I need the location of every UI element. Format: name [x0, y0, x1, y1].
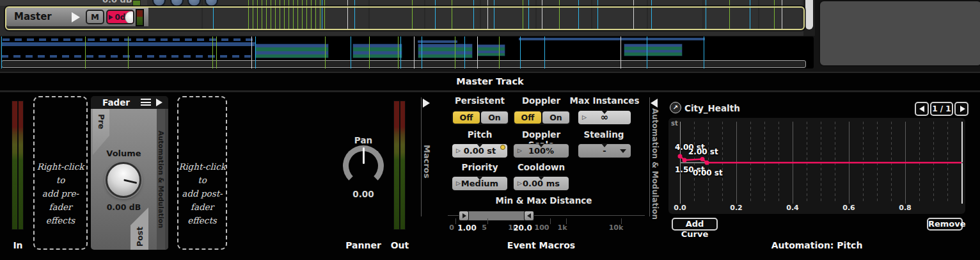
pitch-label: Pitch	[448, 129, 512, 140]
overview-marker	[422, 37, 422, 69]
vertical-scrollbar-thumb[interactable]	[805, 0, 813, 29]
next-curve-button[interactable]	[954, 102, 968, 116]
fader-knob-peek	[125, 11, 134, 24]
automation-pitch-caption: Automation: Pitch	[753, 240, 881, 250]
priority-label: Priority	[448, 162, 512, 172]
post-fx-hint-line: add post-	[178, 187, 226, 200]
automation-point-label: 2.00 st	[688, 147, 718, 156]
menu-icon[interactable]	[141, 99, 151, 106]
persistent-off-button[interactable]: Off	[453, 111, 480, 124]
macros-expand-icon[interactable]	[423, 99, 430, 108]
overview-marker	[398, 37, 399, 69]
overview-marker	[520, 37, 521, 69]
master-track-row[interactable]: Master M 0dB	[5, 6, 805, 30]
master-track-name: Master	[14, 8, 52, 26]
post-fx-hint-line: fader effects	[178, 200, 226, 227]
side-panel	[819, 0, 980, 67]
chevron-right-icon	[960, 106, 965, 112]
pre-fx-hint-line: fader effects	[35, 200, 86, 227]
overview-marker	[369, 37, 370, 69]
output-meter	[393, 101, 406, 230]
track-above-meter	[132, 0, 141, 6]
pitch-spinner[interactable]: ▷ 0.00 st	[452, 143, 508, 158]
cooldown-label: Cooldown	[509, 162, 573, 172]
pan-knob-label: Pan	[344, 135, 383, 145]
automation-collapse-icon[interactable]	[651, 99, 658, 108]
distance-min-handle[interactable]	[459, 211, 469, 221]
add-curve-button[interactable]: Add Curve	[672, 218, 718, 231]
volume-knob-pointer	[123, 179, 137, 184]
fader-module-edge	[165, 109, 168, 250]
doppler-scale-spinner[interactable]: ▷ 100%	[513, 143, 569, 158]
automation-graph[interactable]: st 0.00.20.40.60.8 4.00 st1.50 st2.00 st…	[668, 118, 965, 214]
expand-icon[interactable]	[72, 12, 80, 22]
priority-value: Medium	[452, 177, 507, 190]
doppler-label: Doppler	[509, 95, 573, 106]
output-meter-label: Out	[389, 240, 411, 250]
automation-strip-label[interactable]: Automation & Modulation	[651, 108, 660, 220]
automation-point[interactable]	[705, 161, 709, 165]
doppler-scale-value: 100%	[514, 144, 569, 158]
distance-slider-range[interactable]	[459, 211, 534, 221]
fmod-studio-window: 0.0 dB Master M 0dB	[0, 0, 980, 260]
post-fader-effects-slot[interactable]: Right-click to add post- fader effects	[177, 96, 227, 250]
jump-to-parameter-icon[interactable]: ↗	[670, 102, 681, 113]
tracks-area: 0.0 dB Master M 0dB	[0, 0, 815, 36]
post-tab[interactable]: Post	[130, 207, 148, 250]
automation-indicator-dot	[500, 145, 505, 150]
pan-knob[interactable]	[343, 145, 384, 186]
distance-max-handle[interactable]	[524, 211, 534, 221]
cooldown-value: 0.00 ms	[514, 177, 569, 190]
doppler-off-button[interactable]: Off	[514, 111, 541, 124]
automation-point[interactable]	[683, 158, 687, 163]
persistent-toggle: Off On	[452, 110, 509, 125]
fader-module[interactable]: Fader Automation & Modulation Pre Post V…	[91, 96, 168, 250]
fader-badge[interactable]: 0dB	[106, 10, 134, 24]
volume-knob[interactable]	[106, 162, 141, 198]
overview-marker	[647, 37, 647, 69]
vertical-scrollbar-track[interactable]	[803, 0, 815, 36]
volume-value: 0.00 dB	[91, 202, 157, 212]
overview-marker	[85, 37, 86, 69]
master-track-deck: Master Track In Right-click to add pre- …	[0, 72, 980, 260]
macros-strip-label[interactable]: Macros	[422, 145, 432, 179]
deck-title: Master Track	[0, 76, 980, 86]
pre-fader-effects-slot[interactable]: Right-click to add pre- fader effects	[33, 96, 88, 250]
curve-pager: 1 / 1	[930, 102, 953, 116]
overview-marker	[251, 37, 252, 69]
event-macros-caption: Event Macros	[490, 240, 592, 250]
remove-button[interactable]: Remove	[927, 218, 963, 231]
automation-divider	[649, 97, 650, 216]
automation-point[interactable]	[700, 157, 705, 161]
play-icon	[109, 15, 113, 20]
persistent-on-button[interactable]: On	[481, 111, 508, 124]
doppler-on-button[interactable]: On	[542, 111, 569, 124]
automation-modulation-strip[interactable]: Automation & Modulation	[157, 109, 165, 250]
stealing-dropdown[interactable]: -	[578, 143, 631, 158]
priority-spinner[interactable]: ▷ Medium	[452, 176, 508, 191]
post-tab-label: Post	[135, 227, 145, 247]
master-track-header[interactable]: Master M 0dB	[6, 8, 148, 26]
automation-curve[interactable]	[668, 118, 965, 214]
post-fx-hint-line: Right-click to	[178, 160, 226, 187]
automation-curve-name: City_Health	[684, 103, 740, 113]
mute-button[interactable]: M	[86, 10, 104, 24]
cooldown-spinner[interactable]: ▷ 0.00 ms	[513, 176, 569, 191]
overview-marker	[704, 37, 704, 69]
overview-marker	[1, 37, 2, 69]
overview-markers-layer	[1, 37, 814, 69]
expand-icon[interactable]	[156, 99, 162, 106]
overview-marker	[414, 37, 415, 69]
overview-marker	[620, 37, 621, 69]
stealing-label: Stealing	[572, 129, 636, 140]
overview-marker	[212, 37, 213, 69]
timeline-overview[interactable]	[1, 37, 814, 69]
fader-module-header[interactable]: Fader	[91, 96, 168, 109]
pre-tab-label: Pre	[97, 114, 106, 129]
max-instances-spinner[interactable]: ▷ ∞	[578, 110, 631, 125]
fader-module-body: Automation & Modulation Pre Post Volume …	[91, 109, 168, 250]
max-instances-value: ∞	[578, 111, 631, 124]
overview-marker	[499, 37, 500, 69]
prev-curve-button[interactable]	[915, 102, 929, 116]
automation-point[interactable]	[678, 154, 683, 159]
